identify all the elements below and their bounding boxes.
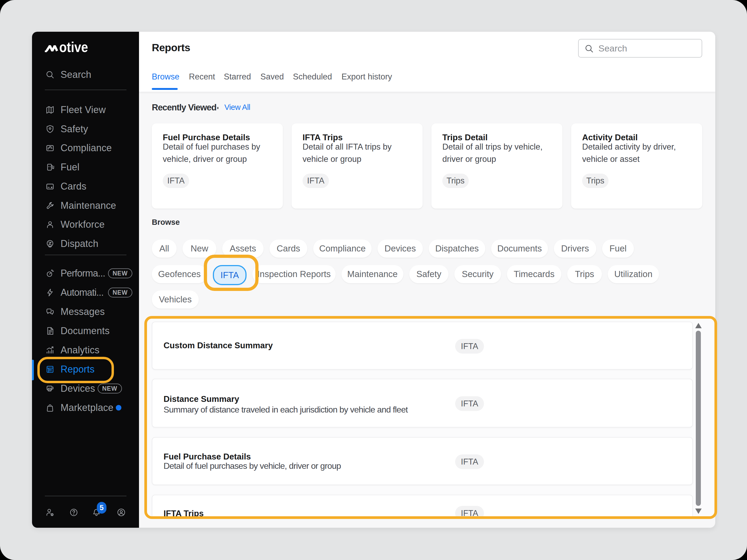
svg-text:otive: otive <box>59 41 88 53</box>
